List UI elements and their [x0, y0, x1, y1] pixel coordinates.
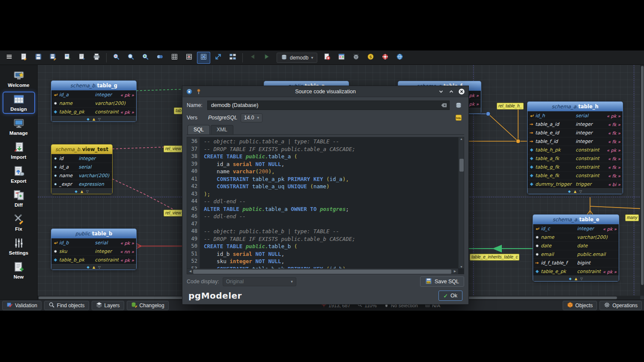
table-row-table_e_id[interactable]: table_e_idinteger« fk » [528, 128, 623, 137]
sidebar-item-import[interactable]: Import [3, 139, 35, 162]
table-row-id[interactable]: idinteger [51, 154, 112, 163]
new-model-button[interactable] [17, 52, 30, 64]
sidebar-item-new[interactable]: New [3, 259, 35, 282]
db-table-view_test[interactable]: schema_b.view_testidintegerid_aserialnam… [51, 145, 112, 194]
pin-icon[interactable] [195, 88, 202, 95]
expand-icon[interactable]: ▽ [579, 190, 582, 193]
table-row-id_b[interactable]: id_bserial« pk » [51, 238, 136, 247]
shade-button[interactable] [438, 88, 444, 95]
code-hscrollbar[interactable]: ◀▶ [187, 268, 458, 274]
dialog-titlebar[interactable]: Source code visualization [182, 86, 468, 97]
constraints-toggle-icon[interactable]: ◆ [75, 190, 78, 193]
collapse-icon[interactable]: ▲ [92, 117, 95, 121]
table-row-id_a[interactable]: id_ainteger« pk » [51, 90, 136, 99]
layers-button[interactable]: Layers [92, 301, 124, 310]
relationship-line[interactable] [590, 211, 593, 215]
export-file-button[interactable] [75, 52, 89, 64]
relationship-label[interactable]: table_e_inherits_table_c [470, 254, 519, 261]
collapse-icon[interactable]: ▲ [574, 190, 576, 193]
zoom-original-button[interactable] [124, 52, 137, 64]
zoom-out-button[interactable] [110, 52, 123, 64]
relationship-line[interactable] [112, 179, 182, 214]
donate-button[interactable]: $ [364, 52, 377, 64]
table-title[interactable]: public.table_b [51, 229, 136, 238]
overview-button[interactable] [226, 52, 239, 64]
connection-point[interactable] [486, 112, 490, 116]
fit-view-button[interactable] [153, 52, 167, 64]
sidebar-item-diff[interactable]: Diff [3, 187, 35, 210]
expand-icon[interactable]: ▽ [98, 265, 101, 269]
menu-button[interactable] [3, 52, 16, 64]
model-fix-button[interactable] [349, 52, 363, 64]
snap-grid-button[interactable] [182, 52, 196, 64]
table-row-table_a_fk[interactable]: table_a_fkconstraint« fk » [528, 154, 623, 163]
table-row-table_f_id[interactable]: table_f_idinteger« fk » [528, 137, 623, 145]
relationship-label[interactable]: many [625, 214, 639, 221]
zoom-in-button[interactable] [139, 52, 152, 64]
back-button[interactable] [246, 52, 259, 64]
table-row-date[interactable]: datedate [533, 241, 619, 250]
name-input[interactable] [207, 101, 450, 110]
table-row-table_g_pk[interactable]: table_g_pkconstraint« pk » [51, 107, 136, 116]
constraints-toggle-icon[interactable]: ◆ [87, 117, 89, 121]
expand-icon[interactable]: ▽ [580, 277, 583, 281]
relationship-line[interactable] [136, 246, 141, 249]
collapse-icon[interactable]: ▲ [92, 265, 95, 269]
table-row-table_b_pk[interactable]: table_b_pkconstraint« pk » [51, 255, 136, 264]
sidebar-item-fix[interactable]: Fix [3, 211, 35, 234]
table-row-name[interactable]: namevarchar(200) [51, 99, 136, 107]
version-combo[interactable]: 14.0 ▾ [241, 113, 262, 122]
collapse-icon[interactable]: ▲ [575, 277, 577, 281]
find-objects-button[interactable]: Find objects [44, 301, 89, 310]
database-button[interactable] [453, 100, 464, 110]
expand-canvas-button[interactable] [212, 52, 225, 64]
table-row-dummy_trigger[interactable]: dummy_triggertrigger« bi » [528, 180, 623, 188]
expand-icon[interactable]: ▽ [98, 117, 101, 121]
tab-sql[interactable]: SQL [188, 125, 210, 134]
tab-xml[interactable]: XML [211, 125, 233, 134]
relationship-line[interactable] [136, 243, 141, 246]
sidebar-item-design[interactable]: Design [3, 92, 35, 114]
support-button[interactable] [379, 52, 392, 64]
sidebar-item-welcome[interactable]: Welcome [3, 68, 35, 90]
table-row-sku[interactable]: skuinteger« nn » [51, 247, 136, 255]
expand-icon[interactable]: ▽ [86, 190, 89, 193]
close-button[interactable] [458, 88, 465, 95]
sidebar-item-settings[interactable]: Settings [3, 235, 35, 258]
relationship-label[interactable]: rel_view [164, 210, 183, 217]
clear-input-icon[interactable] [441, 102, 447, 110]
constraints-toggle-icon[interactable]: ◆ [569, 277, 572, 281]
db-table-table_h[interactable]: schema_a.table_hid_hserial« pk »table_a_… [528, 102, 623, 194]
relationship-label[interactable]: rel_table_h_ [497, 103, 524, 110]
model-selector[interactable]: demodb▾ [277, 53, 317, 63]
constraints-toggle-icon[interactable]: ◆ [568, 190, 571, 193]
table-title[interactable]: schema_a.table_h [528, 102, 623, 111]
table-title[interactable]: schema_a.table_e [533, 215, 619, 224]
collapse-icon[interactable]: ▲ [80, 190, 83, 193]
settings-button[interactable] [393, 52, 406, 64]
save-sql-button[interactable]: SQL Save SQL [420, 276, 464, 287]
align-grid-button[interactable] [197, 52, 210, 64]
canvas-vscrollbar[interactable] [640, 65, 644, 296]
save-as-button[interactable] [46, 52, 60, 64]
table-row-table_g_fk[interactable]: table_g_fkconstraint« fk » [528, 163, 623, 171]
db-table-table_g[interactable]: schema_b.table_gid_ainteger« pk »namevar… [51, 81, 136, 122]
operations-button[interactable]: Operations [599, 301, 642, 310]
code-editor[interactable]: 363738394041424344454647484950515253 -- … [187, 137, 464, 274]
sidebar-item-export[interactable]: Export [3, 163, 35, 186]
ok-button[interactable]: ✓ Ok [438, 291, 462, 301]
table-row-id_a[interactable]: id_aserial [51, 163, 112, 171]
table-row-table_e_fk[interactable]: table_e_fkconstraint« fk » [528, 171, 623, 180]
connection-point[interactable] [516, 139, 520, 143]
db-table-table_b[interactable]: public.table_bid_bserial« pk »skuinteger… [51, 229, 136, 270]
table-title[interactable]: schema_b.table_g [51, 81, 136, 90]
show-grid-button[interactable] [168, 52, 181, 64]
table-row-table_a_id[interactable]: table_a_idinteger« fk » [528, 120, 623, 128]
table-row-table_e_pk[interactable]: table_e_pkconstraint« pk » [533, 267, 619, 276]
table-row-name[interactable]: namevarchar(200) [51, 171, 112, 180]
table-row-id_h[interactable]: id_hserial« pk » [528, 111, 623, 120]
relationship-line[interactable] [488, 114, 518, 141]
validation-button[interactable]: Validation [2, 301, 42, 310]
table-row-id_f_table_f[interactable]: id_f_table_fbigint [533, 258, 619, 267]
table-row-email[interactable]: emailpublic.email [533, 250, 619, 258]
